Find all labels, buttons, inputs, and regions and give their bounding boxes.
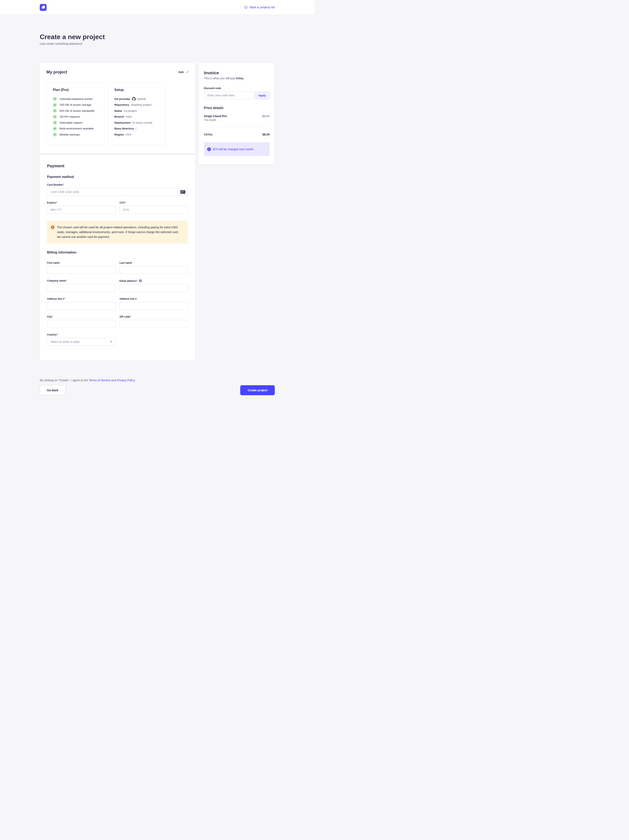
setup-row: Name my-project: [114, 109, 159, 113]
check-icon: [53, 115, 57, 119]
first-name-field-group: First name: [47, 261, 116, 274]
plan-feature: 1M API requests: [53, 115, 98, 119]
last-name-field-group: Last name: [120, 261, 188, 274]
first-name-input[interactable]: [47, 266, 116, 274]
create-project-button[interactable]: Create project: [240, 385, 275, 395]
total-amount: $8.04: [262, 133, 270, 136]
plan-title: Plan (Pro): [53, 88, 98, 92]
pencil-icon: [186, 71, 189, 74]
billing-information-title: Billing information: [47, 251, 188, 254]
card-number-input[interactable]: [47, 188, 188, 196]
card-usage-warning-text: The chosen card will be used for all pro…: [57, 225, 182, 239]
address-line-1-label: Address line 1*: [47, 297, 116, 300]
email-address-input[interactable]: [120, 284, 188, 292]
company-name-label: Company name*: [47, 279, 116, 282]
required-asterisk: *: [64, 297, 65, 300]
city-field-group: City*: [47, 315, 116, 328]
setup-row: Repository strapi/my-project: [114, 103, 159, 107]
country-field-group: Country* Select or enter a value: [47, 333, 116, 346]
company-name-input[interactable]: [47, 284, 116, 292]
price-details-title: Price details: [204, 106, 270, 110]
total-label: TOTAL: [204, 133, 213, 136]
setup-row: Region USA: [114, 133, 159, 137]
country-label: Country*: [47, 333, 116, 336]
setup-row: Branch main: [114, 115, 159, 119]
plan-box: Plan (Pro) Unlimited database entries: [46, 82, 104, 145]
page-subtitle: Lets create something awesome!: [40, 42, 275, 45]
plan-feature: Unlimited database entries: [53, 97, 98, 101]
top-bar: Back to projects list: [0, 0, 314, 15]
city-input[interactable]: [47, 320, 116, 328]
email-address-field-group: Email address*: [120, 279, 188, 292]
check-icon: [53, 133, 57, 137]
check-icon: [53, 126, 57, 131]
setup-box: Setup Git provider GitHub Repository: [108, 82, 166, 145]
strapi-logo-icon: [40, 4, 47, 11]
setup-row: Base directory /: [114, 126, 159, 131]
check-icon: [53, 97, 57, 101]
plan-feature: Weekly backups: [53, 133, 98, 137]
address-line-2-input[interactable]: [120, 302, 188, 310]
plan-feature: Multi-environment available: [53, 126, 98, 131]
plan-feature: Selectable regions: [53, 120, 98, 125]
last-name-input[interactable]: [120, 266, 188, 274]
my-project-title: My project: [46, 70, 67, 74]
discount-code-group: Discount code Apply: [204, 87, 270, 99]
required-asterisk: *: [57, 333, 58, 336]
cvc-field-group: CVC*: [120, 201, 188, 214]
discount-code-label: Discount code: [204, 87, 270, 90]
country-select[interactable]: Select or enter a value: [47, 338, 116, 346]
required-asterisk: *: [130, 315, 131, 318]
required-asterisk: *: [63, 183, 64, 186]
line-item-name: Strapi Cloud Pro: [204, 114, 227, 118]
invoice-subtitle: This is what you will pay today: [204, 77, 270, 80]
required-asterisk: *: [125, 201, 126, 204]
first-name-label: First name: [47, 261, 116, 264]
edit-label: Edit: [178, 71, 184, 74]
next-month-charge-text: $75 will be charged next month.: [213, 148, 254, 151]
edit-project-button[interactable]: Edit: [178, 71, 189, 74]
last-name-label: Last name: [120, 261, 188, 264]
privacy-policy-link[interactable]: Privacy Policy: [117, 379, 135, 382]
email-address-label: Email address*: [120, 279, 188, 283]
address-line-2-label: Address line 2: [120, 297, 188, 300]
apply-discount-button[interactable]: Apply: [255, 92, 270, 99]
cvc-input[interactable]: [120, 206, 188, 214]
address-line-2-field-group: Address line 2: [120, 297, 188, 310]
back-arrow-icon: [244, 5, 248, 9]
address-line-1-input[interactable]: [47, 302, 116, 310]
check-icon: [53, 109, 57, 113]
setup-title: Setup: [114, 88, 159, 92]
price-line-item: Strapi Cloud Pro This month $8.04: [204, 114, 270, 122]
credit-card-icon: [180, 190, 185, 194]
company-name-field-group: Company name*: [47, 279, 116, 292]
strapi-logo: [40, 4, 47, 11]
expires-field-group: Expires*: [47, 201, 116, 214]
expires-input[interactable]: [47, 206, 116, 214]
back-link-label: Back to projects list: [250, 6, 275, 9]
line-item-period: This month: [204, 118, 227, 122]
city-label: City*: [47, 315, 116, 318]
email-info-icon: [139, 279, 142, 282]
info-icon: [207, 147, 211, 151]
check-icon: [53, 120, 57, 125]
expires-label: Expires*: [47, 201, 116, 204]
invoice-title: Invoice: [204, 70, 270, 75]
discount-code-input[interactable]: [204, 92, 253, 99]
required-asterisk: *: [66, 279, 67, 282]
address-line-1-field-group: Address line 1*: [47, 297, 116, 310]
go-back-button[interactable]: Go back: [40, 385, 66, 395]
terms-agreement-text: By clicking on "Create", I agree to the …: [40, 379, 275, 382]
setup-row: Deployment At every commit: [114, 120, 159, 125]
zip-code-field-group: ZIP code*: [120, 315, 188, 328]
required-asterisk: *: [56, 201, 57, 204]
zip-code-input[interactable]: [120, 320, 188, 328]
plan-feature: 500 GB of assets bandwidth: [53, 109, 98, 113]
plan-feature: 250 GB of assets storage: [53, 103, 98, 107]
warning-icon: [51, 226, 55, 229]
payment-method-title: Payment method: [47, 175, 188, 179]
terms-of-service-link[interactable]: Terms of Service: [88, 379, 110, 382]
invoice-card: Invoice This is what you will pay today …: [199, 63, 274, 164]
invoice-total-row: TOTAL $8.04: [204, 133, 270, 136]
back-to-projects-link[interactable]: Back to projects list: [244, 5, 275, 9]
